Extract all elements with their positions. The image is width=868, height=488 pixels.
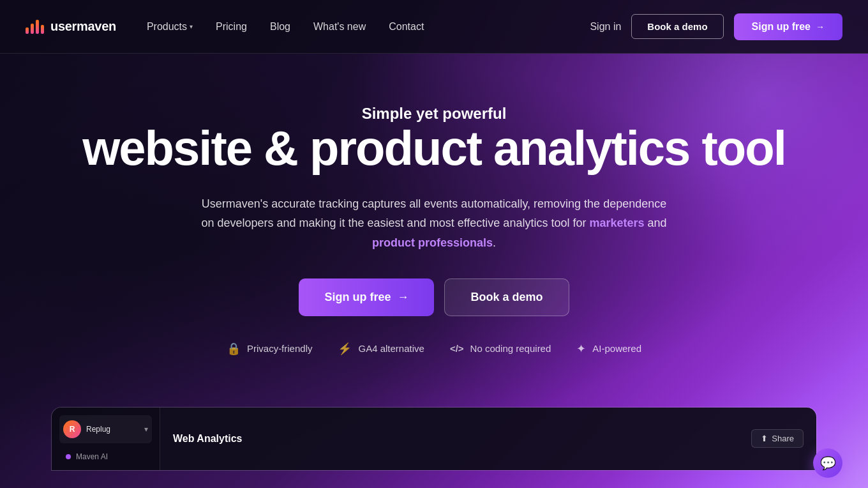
- nav-links: Products ▾ Pricing Blog What's new Conta…: [147, 21, 424, 33]
- feature-badge-ai: ✦ AI-powered: [576, 342, 641, 356]
- logo[interactable]: usermaven: [26, 19, 116, 34]
- chat-icon: 💬: [820, 455, 836, 471]
- company-logo: R: [63, 420, 81, 438]
- feature-badge-ga4: ⚡ GA4 alternative: [338, 342, 424, 356]
- logo-bar-2: [31, 24, 34, 34]
- dashboard-sidebar: R Replug ▾ Maven AI: [52, 408, 160, 470]
- marketers-highlight: marketers: [589, 217, 644, 229]
- chat-bubble-button[interactable]: 💬: [813, 448, 842, 478]
- sidebar-company-row[interactable]: R Replug ▾: [59, 415, 152, 443]
- hero-signup-button[interactable]: Sign up free →: [299, 278, 434, 316]
- dashboard-main: Web Analytics ⬆ Share: [160, 408, 816, 470]
- logo-bar-1: [26, 27, 29, 34]
- logo-bar-4: [41, 25, 44, 34]
- nav-item-contact[interactable]: Contact: [389, 21, 424, 33]
- share-icon: ⬆: [761, 434, 768, 443]
- nav-left: usermaven Products ▾ Pricing Blog What's…: [26, 19, 424, 34]
- web-analytics-title: Web Analytics: [173, 433, 242, 445]
- feature-badge-privacy: 🔒 Privacy-friendly: [227, 342, 313, 356]
- arrow-right-icon: →: [397, 291, 408, 304]
- nav-sign-up-button[interactable]: Sign up free →: [734, 13, 842, 40]
- lightning-icon: ⚡: [338, 342, 352, 356]
- share-button[interactable]: ⬆ Share: [751, 429, 804, 448]
- nav-item-pricing[interactable]: Pricing: [216, 21, 247, 33]
- nav-item-products[interactable]: Products ▾: [147, 21, 193, 33]
- arrow-right-icon: →: [816, 22, 825, 32]
- chevron-down-icon: ▾: [190, 23, 193, 30]
- nav-book-demo-button[interactable]: Book a demo: [631, 14, 723, 39]
- sign-in-link[interactable]: Sign in: [590, 21, 621, 33]
- lock-icon: 🔒: [227, 342, 241, 356]
- whats-new-link[interactable]: What's new: [313, 21, 366, 32]
- hero-subtitle: Usermaven's accurate tracking captures a…: [198, 194, 670, 253]
- logo-text: usermaven: [50, 19, 116, 34]
- code-icon: </>: [450, 343, 464, 354]
- nav-right: Sign in Book a demo Sign up free →: [590, 13, 842, 40]
- feature-badge-no-coding: </> No coding required: [450, 343, 551, 354]
- company-name: Replug: [86, 425, 110, 434]
- chevron-icon: ▾: [144, 425, 148, 434]
- dashboard-inner: R Replug ▾ Maven AI Web Analytics ⬆ Shar…: [52, 408, 816, 470]
- maven-ai-label: Maven AI: [76, 452, 108, 461]
- product-professionals-highlight: product professionals: [372, 236, 493, 249]
- dashboard-preview: R Replug ▾ Maven AI Web Analytics ⬆ Shar…: [51, 407, 817, 471]
- hero-title: Simple yet powerful website & product an…: [26, 105, 842, 174]
- logo-icon: [26, 20, 44, 34]
- nav-item-whats-new[interactable]: What's new: [313, 21, 366, 33]
- pricing-link[interactable]: Pricing: [216, 21, 247, 32]
- hero-title-line2: website & product analytics tool: [26, 123, 842, 174]
- contact-link[interactable]: Contact: [389, 21, 424, 32]
- sparkle-icon: ✦: [576, 342, 586, 356]
- cta-buttons: Sign up free → Book a demo: [26, 278, 842, 316]
- products-link[interactable]: Products ▾: [147, 21, 193, 33]
- feature-badges: 🔒 Privacy-friendly ⚡ GA4 alternative </>…: [26, 342, 842, 356]
- hero-section: Simple yet powerful website & product an…: [0, 54, 868, 407]
- nav-item-blog[interactable]: Blog: [270, 21, 290, 33]
- logo-bar-3: [36, 20, 39, 34]
- maven-ai-row[interactable]: Maven AI: [59, 448, 152, 465]
- hero-demo-button[interactable]: Book a demo: [444, 278, 569, 316]
- navbar: usermaven Products ▾ Pricing Blog What's…: [0, 0, 868, 54]
- blog-link[interactable]: Blog: [270, 21, 290, 32]
- ai-dot-icon: [66, 454, 71, 459]
